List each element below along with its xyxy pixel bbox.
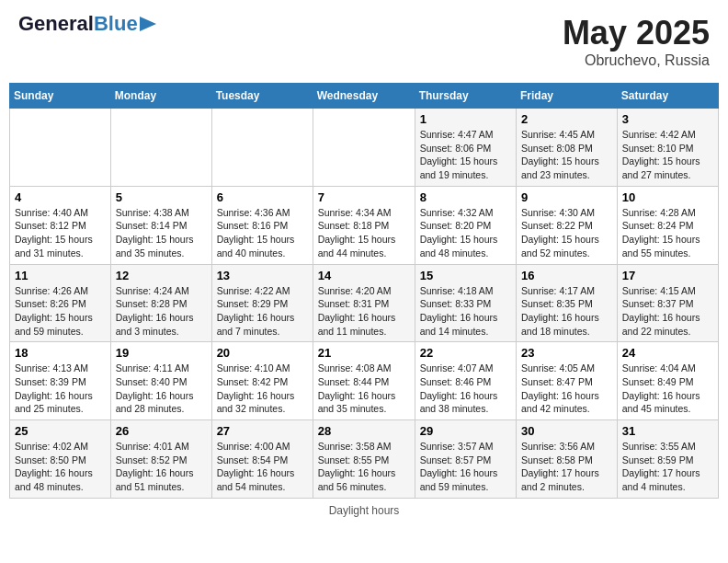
day-number: 28 (318, 424, 410, 438)
day-number: 9 (521, 190, 612, 204)
calendar-body: 1Sunrise: 4:47 AM Sunset: 8:06 PM Daylig… (10, 109, 719, 499)
day-number: 26 (116, 424, 207, 438)
calendar-day-header: Monday (110, 84, 211, 109)
calendar-cell: 2Sunrise: 4:45 AM Sunset: 8:08 PM Daylig… (517, 109, 618, 187)
day-info: Sunrise: 3:55 AM Sunset: 8:59 PM Dayligh… (622, 440, 713, 494)
day-number: 13 (217, 269, 308, 282)
day-info: Sunrise: 4:01 AM Sunset: 8:52 PM Dayligh… (116, 440, 207, 494)
day-number: 29 (420, 424, 511, 438)
calendar-cell: 8Sunrise: 4:32 AM Sunset: 8:20 PM Daylig… (415, 186, 516, 264)
day-info: Sunrise: 3:57 AM Sunset: 8:57 PM Dayligh… (420, 440, 511, 494)
calendar-cell: 10Sunrise: 4:28 AM Sunset: 8:24 PM Dayli… (617, 186, 718, 264)
day-number: 6 (217, 190, 308, 204)
calendar-cell: 5Sunrise: 4:38 AM Sunset: 8:14 PM Daylig… (110, 186, 211, 264)
calendar-cell: 9Sunrise: 4:30 AM Sunset: 8:22 PM Daylig… (517, 186, 618, 264)
day-number: 31 (622, 424, 713, 438)
logo: GeneralBlue (18, 14, 156, 34)
day-info: Sunrise: 4:28 AM Sunset: 8:24 PM Dayligh… (622, 206, 713, 260)
calendar-cell: 12Sunrise: 4:24 AM Sunset: 8:28 PM Dayli… (110, 264, 211, 342)
day-info: Sunrise: 4:34 AM Sunset: 8:18 PM Dayligh… (318, 206, 410, 260)
day-number: 20 (217, 346, 308, 360)
calendar-cell: 4Sunrise: 4:40 AM Sunset: 8:12 PM Daylig… (10, 186, 111, 264)
calendar-day-header: Sunday (10, 84, 111, 109)
page-title: May 2025 (563, 14, 710, 52)
day-number: 14 (318, 269, 410, 282)
day-number: 25 (15, 424, 106, 438)
page-subtitle: Obruchevo, Russia (563, 52, 710, 69)
day-info: Sunrise: 4:17 AM Sunset: 8:35 PM Dayligh… (521, 284, 612, 339)
day-number: 5 (116, 190, 207, 204)
day-info: Sunrise: 4:24 AM Sunset: 8:28 PM Dayligh… (116, 284, 207, 339)
day-number: 2 (521, 112, 612, 126)
calendar-cell: 29Sunrise: 3:57 AM Sunset: 8:57 PM Dayli… (415, 420, 516, 499)
day-info: Sunrise: 4:10 AM Sunset: 8:42 PM Dayligh… (217, 362, 308, 416)
logo-arrow-icon (140, 17, 156, 31)
calendar-cell: 14Sunrise: 4:20 AM Sunset: 8:31 PM Dayli… (313, 264, 415, 342)
day-number: 3 (622, 112, 713, 126)
calendar-cell (10, 109, 111, 187)
calendar-cell: 25Sunrise: 4:02 AM Sunset: 8:50 PM Dayli… (10, 420, 111, 499)
day-info: Sunrise: 4:36 AM Sunset: 8:16 PM Dayligh… (217, 206, 308, 260)
day-number: 11 (15, 269, 106, 282)
calendar-header: SundayMondayTuesdayWednesdayThursdayFrid… (10, 84, 719, 109)
calendar-week-row: 18Sunrise: 4:13 AM Sunset: 8:39 PM Dayli… (10, 342, 719, 420)
day-number: 4 (15, 190, 106, 204)
day-info: Sunrise: 3:56 AM Sunset: 8:58 PM Dayligh… (521, 440, 612, 494)
calendar-week-row: 1Sunrise: 4:47 AM Sunset: 8:06 PM Daylig… (10, 109, 719, 187)
day-number: 24 (622, 346, 713, 360)
day-info: Sunrise: 4:42 AM Sunset: 8:10 PM Dayligh… (622, 128, 713, 182)
logo-text: GeneralBlue (18, 14, 138, 34)
calendar-cell: 18Sunrise: 4:13 AM Sunset: 8:39 PM Dayli… (10, 342, 111, 420)
day-number: 30 (521, 424, 612, 438)
calendar-cell: 23Sunrise: 4:05 AM Sunset: 8:47 PM Dayli… (517, 342, 618, 420)
day-info: Sunrise: 4:45 AM Sunset: 8:08 PM Dayligh… (521, 128, 612, 182)
calendar-cell: 17Sunrise: 4:15 AM Sunset: 8:37 PM Dayli… (617, 264, 718, 342)
calendar-day-header: Thursday (415, 84, 516, 109)
day-number: 8 (420, 190, 511, 204)
day-number: 23 (521, 346, 612, 360)
calendar-cell (211, 109, 313, 187)
calendar-day-header: Saturday (617, 84, 718, 109)
calendar-cell: 11Sunrise: 4:26 AM Sunset: 8:26 PM Dayli… (10, 264, 111, 342)
calendar-day-header: Tuesday (211, 84, 313, 109)
day-info: Sunrise: 4:32 AM Sunset: 8:20 PM Dayligh… (420, 206, 511, 260)
day-info: Sunrise: 4:47 AM Sunset: 8:06 PM Dayligh… (420, 128, 511, 182)
day-number: 1 (420, 112, 511, 126)
calendar-cell: 19Sunrise: 4:11 AM Sunset: 8:40 PM Dayli… (110, 342, 211, 420)
page-header: GeneralBlue May 2025 Obruchevo, Russia (9, 9, 719, 74)
day-info: Sunrise: 4:22 AM Sunset: 8:29 PM Dayligh… (217, 284, 308, 339)
calendar-cell: 27Sunrise: 4:00 AM Sunset: 8:54 PM Dayli… (211, 420, 313, 499)
day-info: Sunrise: 4:05 AM Sunset: 8:47 PM Dayligh… (521, 362, 612, 416)
day-info: Sunrise: 4:04 AM Sunset: 8:49 PM Dayligh… (622, 362, 713, 416)
calendar-day-header: Wednesday (313, 84, 415, 109)
calendar-cell: 22Sunrise: 4:07 AM Sunset: 8:46 PM Dayli… (415, 342, 516, 420)
calendar-cell: 26Sunrise: 4:01 AM Sunset: 8:52 PM Dayli… (110, 420, 211, 499)
calendar-cell: 30Sunrise: 3:56 AM Sunset: 8:58 PM Dayli… (517, 420, 618, 499)
day-info: Sunrise: 4:02 AM Sunset: 8:50 PM Dayligh… (15, 440, 106, 494)
calendar-cell: 7Sunrise: 4:34 AM Sunset: 8:18 PM Daylig… (313, 186, 415, 264)
calendar-cell (313, 109, 415, 187)
calendar-cell: 24Sunrise: 4:04 AM Sunset: 8:49 PM Dayli… (617, 342, 718, 420)
day-number: 16 (521, 269, 612, 282)
day-number: 19 (116, 346, 207, 360)
day-number: 22 (420, 346, 511, 360)
calendar-cell: 16Sunrise: 4:17 AM Sunset: 8:35 PM Dayli… (517, 264, 618, 342)
day-number: 21 (318, 346, 410, 360)
day-info: Sunrise: 4:15 AM Sunset: 8:37 PM Dayligh… (622, 284, 713, 339)
calendar-cell: 15Sunrise: 4:18 AM Sunset: 8:33 PM Dayli… (415, 264, 516, 342)
calendar-cell: 3Sunrise: 4:42 AM Sunset: 8:10 PM Daylig… (617, 109, 718, 187)
day-number: 10 (622, 190, 713, 204)
day-info: Sunrise: 4:38 AM Sunset: 8:14 PM Dayligh… (116, 206, 207, 260)
day-info: Sunrise: 3:58 AM Sunset: 8:55 PM Dayligh… (318, 440, 410, 494)
day-number: 18 (15, 346, 106, 360)
day-info: Sunrise: 4:20 AM Sunset: 8:31 PM Dayligh… (318, 284, 410, 339)
day-info: Sunrise: 4:07 AM Sunset: 8:46 PM Dayligh… (420, 362, 511, 416)
calendar-cell: 21Sunrise: 4:08 AM Sunset: 8:44 PM Dayli… (313, 342, 415, 420)
calendar-cell: 1Sunrise: 4:47 AM Sunset: 8:06 PM Daylig… (415, 109, 516, 187)
day-info: Sunrise: 4:26 AM Sunset: 8:26 PM Dayligh… (15, 284, 106, 339)
calendar-cell (110, 109, 211, 187)
footer-note: Daylight hours (9, 504, 719, 517)
calendar-day-header: Friday (517, 84, 618, 109)
day-info: Sunrise: 4:18 AM Sunset: 8:33 PM Dayligh… (420, 284, 511, 339)
day-number: 17 (622, 269, 713, 282)
